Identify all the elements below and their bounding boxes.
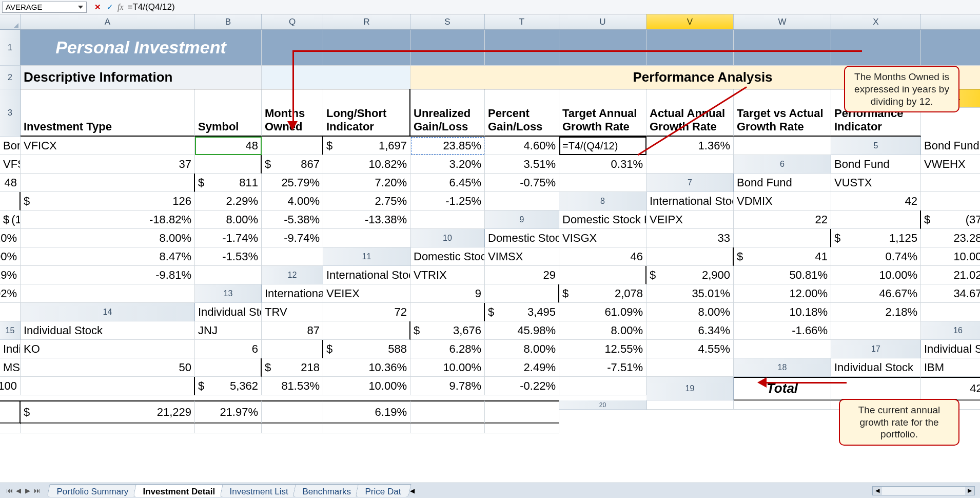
cell-months[interactable]: 6 <box>195 340 262 358</box>
row-header-5[interactable]: 5 <box>831 137 921 155</box>
cell-symbol[interactable]: VEIEX <box>323 284 410 303</box>
empty-cell[interactable] <box>323 424 410 433</box>
cell-actual-growth[interactable]: 6.34% <box>646 321 734 340</box>
col-header-S[interactable]: S <box>410 14 485 29</box>
col-header-U[interactable]: U <box>559 14 646 29</box>
cell-months[interactable]: 42 <box>831 192 921 210</box>
cell-type[interactable]: Individual Stock <box>921 340 980 358</box>
cell-performance-indicator[interactable] <box>410 210 485 229</box>
cell-long-short[interactable] <box>195 155 262 174</box>
cell-long-short[interactable] <box>195 358 262 377</box>
cell-performance-indicator[interactable] <box>921 303 980 321</box>
cell-target-vs-actual[interactable]: 0.31% <box>559 155 646 174</box>
cell-actual-growth[interactable]: 2.49% <box>485 358 559 377</box>
scroll-left-button[interactable]: ◀ <box>873 487 882 495</box>
cell-months[interactable]: 46 <box>559 247 646 266</box>
cell-months[interactable]: 29 <box>485 266 559 284</box>
cell-actual-growth[interactable]: -5.38% <box>262 210 323 229</box>
cell-type[interactable]: Bond Fund <box>734 174 831 192</box>
empty-cell[interactable] <box>734 400 831 410</box>
row-header-20[interactable]: 20 <box>559 400 646 410</box>
cell-target-growth[interactable]: 3.20% <box>410 155 485 174</box>
cell-symbol[interactable]: IBM <box>921 358 980 377</box>
cell-type[interactable]: Individual Stock <box>21 321 195 340</box>
scroll-right-button[interactable]: ▶ <box>965 487 974 495</box>
cell-long-short[interactable] <box>921 192 980 210</box>
cell-type[interactable]: Individual Stock <box>0 340 21 358</box>
cell-target-growth[interactable]: 8.00% <box>559 321 646 340</box>
cell-target-growth[interactable]: 8.00% <box>485 340 559 358</box>
cell-performance-indicator[interactable] <box>485 192 559 210</box>
cell-symbol[interactable]: VUSTX <box>831 174 921 192</box>
cell-unrealized[interactable]: $(373) <box>921 210 980 229</box>
cell-symbol[interactable]: VEIPX <box>646 210 734 229</box>
row-header-17[interactable]: 17 <box>831 340 921 358</box>
sheet-tab-benchmarks[interactable]: Benchmarks <box>292 484 361 497</box>
cell-long-short[interactable] <box>734 229 831 247</box>
cell-target-vs-actual[interactable]: -13.38% <box>323 210 410 229</box>
sheet-tab-investment-list[interactable]: Investment List <box>220 484 299 497</box>
cell-months[interactable]: 9 <box>410 284 485 303</box>
cell-actual-growth[interactable]: 2.75% <box>323 192 410 210</box>
cell-target-vs-actual[interactable]: 34.67% <box>921 284 980 303</box>
spreadsheet-grid[interactable]: 1Personal Investment2Descriptive Informa… <box>0 30 980 433</box>
select-all-button[interactable] <box>0 14 21 29</box>
cell-unrealized[interactable]: $588 <box>323 340 410 358</box>
row-header-3[interactable]: 3 <box>0 89 21 137</box>
accept-formula-button[interactable]: ✓ <box>105 3 114 12</box>
row-header-14[interactable]: 14 <box>21 303 195 321</box>
cell-performance-indicator[interactable] <box>323 229 410 247</box>
chevron-down-icon[interactable] <box>78 6 83 9</box>
cell-unrealized[interactable]: $811 <box>195 174 262 192</box>
tab-nav-prev[interactable]: ◀ <box>14 487 23 494</box>
cell-actual-growth[interactable]: 6.45% <box>410 174 485 192</box>
cell-target-growth[interactable]: 8.00% <box>195 210 262 229</box>
cell-actual-growth[interactable]: 46.67% <box>831 284 921 303</box>
row-header-11[interactable]: 11 <box>323 247 410 266</box>
row-header-2[interactable]: 2 <box>0 66 21 89</box>
cell-symbol[interactable]: JNJ <box>195 321 262 340</box>
cell-unrealized[interactable]: $2,900 <box>646 266 734 284</box>
col-header-W[interactable]: W <box>734 14 831 29</box>
tab-nav-next[interactable]: ▶ <box>24 487 32 494</box>
cell-target-growth[interactable]: 7.20% <box>323 174 410 192</box>
cell-target-growth[interactable]: 10.00% <box>410 358 485 377</box>
cell-unrealized[interactable]: $5,362 <box>195 377 262 395</box>
empty-cell[interactable] <box>485 424 559 433</box>
cell-type[interactable]: International Stock Fund <box>323 266 410 284</box>
empty-cell[interactable] <box>0 424 21 433</box>
cell-percent-gl[interactable]: 25.79% <box>262 174 323 192</box>
row-header-13[interactable]: 13 <box>195 284 262 303</box>
cell-unrealized[interactable]: $3,676 <box>410 321 485 340</box>
cell-actual-growth[interactable]: 12.55% <box>559 340 646 358</box>
cell-target-vs-actual[interactable]: -0.22% <box>485 377 559 395</box>
row-header-1[interactable]: 1 <box>0 30 21 66</box>
cell-long-short[interactable] <box>485 284 559 303</box>
cancel-formula-button[interactable]: ✕ <box>93 3 102 12</box>
cell-symbol[interactable]: VFICX <box>21 137 195 155</box>
tab-nav-last[interactable]: ⏭ <box>33 487 41 494</box>
cell-long-short[interactable] <box>831 210 921 229</box>
row-header-10[interactable]: 10 <box>410 229 485 247</box>
cell-target-growth[interactable]: 10.00% <box>921 247 980 266</box>
cell-performance-indicator[interactable] <box>559 174 646 192</box>
cell-symbol[interactable]: MSFT <box>0 358 21 377</box>
cell-target-growth[interactable]: 4.00% <box>262 192 323 210</box>
empty-cell[interactable] <box>21 424 195 433</box>
cell-actual-growth[interactable]: 9.78% <box>410 377 485 395</box>
cell-percent-gl[interactable]: 45.98% <box>485 321 559 340</box>
name-box[interactable]: AVERAGE <box>2 2 87 13</box>
cell-type[interactable]: International Stock Fund <box>646 192 734 210</box>
col-header-X[interactable]: X <box>831 14 921 29</box>
cell-months[interactable]: 33 <box>646 229 734 247</box>
cell-target-vs-actual[interactable]: -7.51% <box>559 358 646 377</box>
col-header-Q[interactable]: Q <box>262 14 323 29</box>
cell-type[interactable]: Individual Stock <box>831 358 921 377</box>
empty-cell[interactable] <box>646 400 734 410</box>
cell-target-vs-actual[interactable]: -1.66% <box>734 321 831 340</box>
cell-long-short[interactable] <box>323 321 410 340</box>
cell-target-growth[interactable]: 4.60% <box>485 137 559 155</box>
cell-months[interactable]: 10 <box>921 174 980 192</box>
cell-percent-gl[interactable]: 2.29% <box>195 192 262 210</box>
cell-unrealized[interactable]: $867 <box>262 155 323 174</box>
